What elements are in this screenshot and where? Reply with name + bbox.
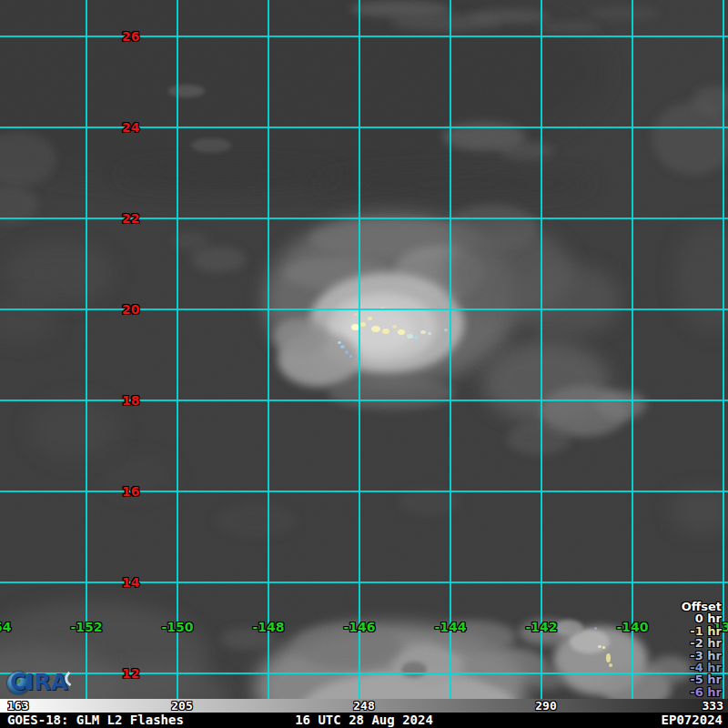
legend-entry: -5 hr	[682, 673, 722, 685]
lightning-flash-marker	[398, 329, 405, 335]
longitude-gridline	[632, 0, 633, 699]
longitude-label: -146	[343, 621, 375, 633]
satellite-viewer-frame: Offset 0 hr-1 hr-2 hr-3 hr-4 hr-5 hr-6 h…	[0, 0, 728, 728]
longitude-gridline	[359, 0, 360, 699]
lightning-flash-marker	[428, 332, 431, 335]
status-bar: GOES-18: GLM L2 Flashes 16 UTC 28 Aug 20…	[0, 713, 728, 728]
longitude-gridline	[541, 0, 542, 699]
lightning-flash-marker	[609, 663, 612, 667]
lightning-flash-marker	[368, 317, 372, 320]
longitude-gridline	[177, 0, 178, 699]
lightning-flash-marker	[407, 334, 413, 339]
lightning-flash-marker	[371, 326, 380, 332]
latitude-gridline	[0, 126, 728, 128]
lightning-flash-marker	[602, 646, 605, 649]
longitude-label: -144	[434, 621, 466, 633]
colorbar-tick-label: 248	[353, 699, 374, 713]
lightning-flash-marker	[360, 322, 366, 327]
lightning-flash-marker	[345, 350, 349, 354]
legend-entry: -4 hr	[682, 662, 722, 673]
legend-entry: -1 hr	[682, 625, 722, 637]
longitude-label: -150	[161, 621, 193, 633]
longitude-gridline	[450, 0, 451, 699]
longitude-gridline	[723, 0, 724, 699]
latitude-gridline	[0, 35, 728, 37]
lightning-flash-marker	[606, 653, 611, 662]
satellite-imagery	[0, 0, 728, 699]
latitude-gridline	[0, 308, 728, 310]
latitude-label: 12	[122, 667, 139, 680]
latitude-gridline	[0, 399, 728, 401]
latitude-label: 16	[122, 485, 139, 498]
legend-entry: -2 hr	[682, 637, 722, 649]
storm-id-badge: EP072024	[662, 713, 723, 728]
lightning-flash-marker	[392, 325, 397, 329]
latitude-label: 24	[122, 121, 139, 134]
latitude-label: 14	[122, 576, 139, 589]
latitude-label: 18	[122, 394, 139, 407]
lightning-flash-marker	[594, 627, 597, 630]
legend-entry: 0 hr	[682, 612, 722, 624]
latitude-gridline	[0, 490, 728, 492]
legend-entry: -6 hr	[682, 686, 722, 698]
colorbar-tick-label: 333	[703, 699, 723, 713]
map-area: Offset 0 hr-1 hr-2 hr-3 hr-4 hr-5 hr-6 h…	[0, 0, 728, 699]
cira-logo: CIRA	[7, 670, 78, 697]
brightness-colorbar: 163205248290333	[0, 699, 728, 713]
lightning-flash-marker	[349, 355, 352, 358]
legend-title: Offset	[682, 601, 722, 612]
longitude-gridline	[268, 0, 269, 699]
legend-entry: -3 hr	[682, 650, 722, 662]
offset-legend: Offset 0 hr-1 hr-2 hr-3 hr-4 hr-5 hr-6 h…	[682, 601, 722, 698]
longitude-label: -148	[252, 621, 284, 633]
lightning-flash-marker	[444, 329, 448, 331]
lightning-flash-marker	[420, 330, 426, 334]
lightning-flash-marker	[340, 345, 345, 349]
lightning-flash-marker	[354, 313, 358, 316]
timestamp: 16 UTC 28 Aug 2024	[295, 713, 433, 728]
lightning-flash-marker	[598, 645, 602, 648]
colorbar-tick-label: 290	[535, 699, 556, 713]
longitude-gridline	[86, 0, 87, 699]
latitude-gridline	[0, 672, 728, 674]
longitude-label: -140	[616, 621, 648, 633]
lightning-flash-marker	[338, 341, 341, 344]
latitude-label: 20	[122, 303, 139, 316]
latitude-label: 26	[122, 30, 139, 43]
colorbar-tick-label: 163	[7, 699, 28, 713]
latitude-gridline	[0, 581, 728, 583]
cira-logo-text: CIRA	[10, 671, 68, 694]
longitude-label: -142	[525, 621, 557, 633]
longitude-label: -152	[70, 621, 102, 633]
colorbar-tick-label: 205	[171, 699, 192, 713]
lightning-flash-marker	[414, 336, 419, 339]
product-title: GOES-18: GLM L2 Flashes	[7, 713, 184, 728]
lightning-flash-marker	[382, 329, 389, 334]
latitude-label: 22	[122, 212, 139, 225]
longitude-label: -154	[0, 621, 12, 633]
latitude-gridline	[0, 217, 728, 219]
